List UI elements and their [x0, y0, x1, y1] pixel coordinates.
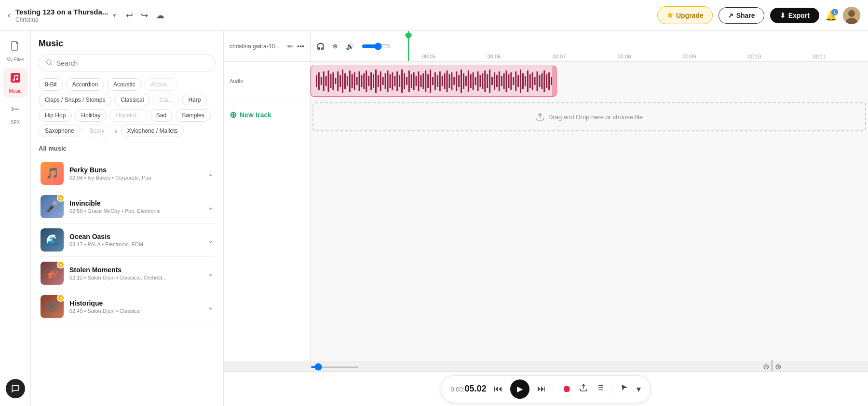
redo-button[interactable]: ↪ [139, 8, 150, 23]
new-track-button[interactable]: ⊕ New track [230, 110, 271, 120]
sidebar-item-sfx[interactable]: SFX [3, 99, 28, 129]
svg-rect-74 [473, 72, 474, 90]
tag-accordion[interactable]: Accordion [66, 78, 104, 91]
svg-rect-46 [406, 77, 407, 85]
tag-acoustic2[interactable]: Acous... [144, 78, 177, 91]
tracks-settings-button[interactable] [596, 383, 604, 394]
notifications-button[interactable]: 🔔 1 [825, 10, 837, 21]
tag-scary[interactable]: Scary [83, 125, 111, 137]
topbar: ‹ Testing 123 on a Thursda... Christina … [0, 0, 868, 31]
tag-harp[interactable]: Harp [182, 94, 207, 106]
tag-acoustic[interactable]: Acoustic [107, 78, 141, 91]
back-button[interactable]: ‹ [8, 10, 11, 20]
clip-resize-handle[interactable] [552, 66, 556, 96]
horizontal-scrollbar[interactable] [311, 366, 359, 368]
svg-rect-81 [489, 70, 490, 93]
svg-rect-65 [451, 72, 452, 90]
tag-hopeful[interactable]: Hopeful... [109, 109, 147, 122]
main-layout: My Files Music SFX Music [0, 31, 868, 406]
svg-rect-17 [337, 71, 339, 91]
volume-icon[interactable]: 🔊 [346, 42, 354, 50]
svg-rect-34 [378, 75, 379, 87]
audio-clip[interactable] [311, 66, 556, 97]
track-item-invincible[interactable]: 🎤 ★ Invincible 02:50 • Grace McCoy • Pop… [39, 190, 216, 224]
track-label-text: Audio [230, 78, 243, 84]
track-item-historique[interactable]: 🎼 ★ Historique 02:45 • Salon Dijon • Cla… [39, 290, 216, 323]
chat-fab[interactable] [6, 379, 25, 398]
svg-rect-62 [444, 73, 446, 89]
svg-rect-21 [347, 76, 348, 86]
tag-sad[interactable]: Sad [150, 109, 173, 122]
timeline-content: Audio ⊕ New track [224, 62, 868, 362]
cursor-tool-button[interactable] [620, 383, 629, 394]
tag-classical[interactable]: Classical [114, 94, 150, 106]
track-expand-stolen[interactable]: ⌄ [207, 269, 214, 278]
track-expand-ocean[interactable]: ⌄ [207, 236, 214, 245]
share-button[interactable]: ↗ Share [719, 7, 764, 24]
track-expand-historique[interactable]: ⌄ [207, 302, 214, 311]
track-expand-invincible[interactable]: ⌄ [207, 202, 214, 211]
svg-rect-19 [342, 70, 343, 93]
track-meta-historique: 02:45 • Salon Dijon • Classical [69, 308, 202, 314]
upgrade-button[interactable]: ★ Upgrade [657, 6, 713, 24]
svg-rect-82 [491, 77, 493, 85]
audio-waveform [311, 66, 556, 96]
svg-rect-36 [382, 77, 384, 85]
svg-rect-15 [332, 72, 334, 90]
volume-slider[interactable] [362, 42, 391, 50]
sidebar-item-my-files[interactable]: My Files [3, 37, 28, 66]
ruler-mark-4: 00:09 [657, 54, 722, 59]
zoom-out-btn[interactable]: ⊖ [763, 362, 769, 371]
svg-rect-91 [513, 77, 514, 85]
zoom-in-btn[interactable]: ⊕ [775, 362, 781, 371]
svg-rect-4 [11, 73, 20, 83]
drop-zone[interactable]: Drag and Drop here or choose file [312, 102, 866, 131]
sidebar-sfx-label: SFX [11, 120, 20, 125]
track-item-perky-buns[interactable]: 🎵 Perky Buns 02:04 • Ivy Bakes • Corpora… [39, 157, 216, 190]
tag-saxophone[interactable]: Saxophone [39, 125, 81, 137]
waveform-svg [315, 69, 552, 94]
record-button[interactable]: ⏺ [562, 383, 571, 394]
track-expand-perky[interactable]: ⌄ [207, 169, 214, 178]
export-button[interactable]: ⬇ Export [770, 8, 819, 23]
tags-scroll-right[interactable]: › [113, 125, 118, 137]
snowflake-icon[interactable]: ❄ [332, 42, 338, 50]
svg-rect-90 [510, 72, 512, 90]
tag-8bit[interactable]: 8-Bit [39, 78, 63, 91]
sidebar-my-files-label: My Files [6, 57, 24, 62]
svg-rect-16 [335, 78, 336, 84]
more-tools-button[interactable]: ▾ [637, 384, 641, 394]
tag-xylophone[interactable]: Xylophone / Mallets [121, 125, 184, 137]
track-more-icon[interactable]: ••• [297, 42, 304, 50]
tag-hiphop[interactable]: Hip Hop [39, 109, 72, 122]
undo-button[interactable]: ↩ [124, 8, 135, 23]
ruler-mark-3: 00:08 [592, 54, 657, 59]
search-input[interactable] [56, 59, 208, 67]
track-info-ocean: Ocean Oasis 03:17 • PALA • Electronic, E… [69, 233, 202, 247]
avatar[interactable] [843, 7, 860, 24]
svg-rect-14 [330, 74, 331, 88]
fast-forward-button[interactable]: ⏭ [537, 384, 546, 394]
track-edit-icon[interactable]: ✏ [287, 42, 293, 50]
rewind-button[interactable]: ⏮ [494, 384, 502, 394]
track-item-ocean-oasis[interactable]: 🌊 Ocean Oasis 03:17 • PALA • Electronic,… [39, 224, 216, 257]
notif-badge: 1 [831, 9, 838, 15]
cloud-save-button[interactable]: ☁ [154, 8, 166, 23]
svg-rect-47 [408, 70, 410, 92]
svg-rect-10 [321, 77, 322, 85]
sidebar-item-music[interactable]: Music [3, 68, 28, 98]
right-area: christina.gwira-10... ✏ ••• 🎧 ❄ 🔊 00:05 … [224, 31, 868, 406]
tag-holiday[interactable]: Holiday [75, 109, 107, 122]
headphone-icon[interactable]: 🎧 [316, 42, 325, 50]
svg-rect-39 [389, 74, 391, 88]
svg-rect-69 [461, 70, 462, 93]
project-dropdown-caret[interactable]: ▾ [113, 12, 116, 19]
track-item-stolen[interactable]: 🎻 ★ Stolen Moments 02:12 • Salon Dijon •… [39, 257, 216, 290]
svg-rect-103 [541, 73, 542, 89]
track-thumb-historique: 🎼 ★ [41, 295, 64, 318]
tag-claps[interactable]: Claps / Snaps / Stomps [39, 94, 111, 106]
play-button[interactable]: ▶ [510, 379, 529, 399]
tag-cla[interactable]: Cla... [153, 94, 179, 106]
tag-samples[interactable]: Samples [176, 109, 211, 122]
upload-button[interactable] [579, 383, 588, 394]
